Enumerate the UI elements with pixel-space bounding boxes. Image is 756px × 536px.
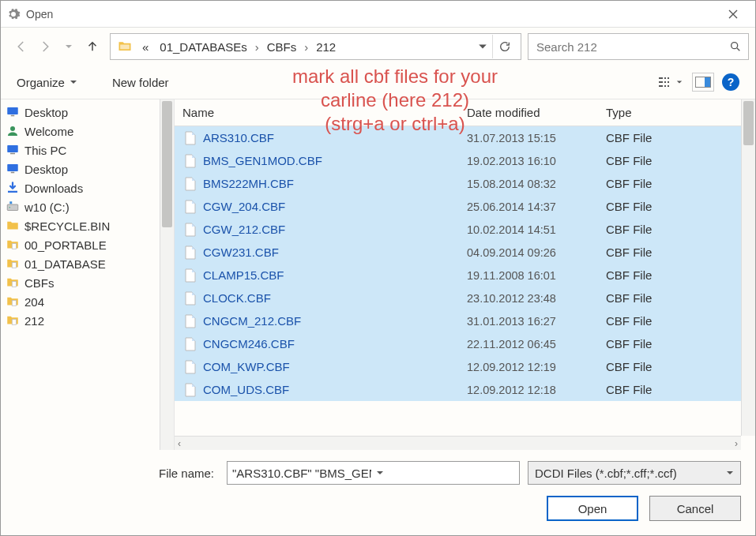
file-name: BMS_GEN1MOD.CBF xyxy=(203,154,467,167)
file-name: CGW_204.CBF xyxy=(203,200,467,213)
scroll-left-icon[interactable]: ‹ xyxy=(178,438,181,449)
tree-node[interactable]: This PC xyxy=(2,141,174,159)
tree-label: This PC xyxy=(24,144,66,157)
refresh-button[interactable] xyxy=(492,35,516,58)
organize-menu[interactable]: Organize xyxy=(12,73,82,92)
tree-node[interactable]: 00_PORTABLE xyxy=(2,235,174,254)
toolbar: Organize New folder ? xyxy=(1,66,755,99)
file-icon xyxy=(182,313,198,329)
search-icon xyxy=(729,40,742,53)
tree-node[interactable]: 204 xyxy=(2,292,174,311)
chevron-down-icon[interactable] xyxy=(371,469,515,477)
col-name[interactable]: Name xyxy=(182,106,467,119)
preview-pane-button[interactable] xyxy=(692,73,714,92)
tree-node[interactable]: Welcome xyxy=(2,122,174,141)
file-list[interactable]: ARS310.CBF31.07.2013 15:15CBF FileBMS_GE… xyxy=(175,126,755,450)
tree-node[interactable]: w10 (C:) xyxy=(2,197,174,216)
file-vscrollbar[interactable] xyxy=(741,99,755,436)
tree-node[interactable]: Desktop xyxy=(2,159,174,178)
search-box[interactable] xyxy=(528,33,749,60)
tree-label: 204 xyxy=(24,295,44,309)
open-dialog: Open « 01_DATABASEs › CBFs › 212 xyxy=(0,0,756,536)
col-date[interactable]: Date modified xyxy=(467,106,606,119)
dialog-title: Open xyxy=(26,8,716,21)
file-name-label: File name: xyxy=(15,467,219,480)
tree-node[interactable]: 212 xyxy=(2,311,174,330)
dialog-footer: File name: "ARS310.CBF" "BMS_GEN1MOD.CBF… xyxy=(1,450,755,535)
file-type: CBF File xyxy=(606,131,652,144)
tree-node[interactable]: CBFs xyxy=(2,273,174,292)
col-type[interactable]: Type xyxy=(606,106,755,119)
file-name: COM_UDS.CBF xyxy=(203,383,467,396)
file-icon xyxy=(182,268,198,283)
crumb-2[interactable]: 212 xyxy=(311,39,340,55)
file-name: ARS310.CBF xyxy=(203,131,467,144)
file-icon xyxy=(182,336,198,352)
file-row[interactable]: COM_UDS.CBF12.09.2012 12:18CBF File xyxy=(175,378,755,401)
download-icon xyxy=(6,181,20,195)
open-button[interactable]: Open xyxy=(547,496,638,521)
breadcrumb[interactable]: « 01_DATABASEs › CBFs › 212 xyxy=(137,39,475,55)
file-date: 31.01.2013 16:27 xyxy=(467,315,606,328)
folderdoc-icon xyxy=(6,238,20,252)
file-row[interactable]: ARS310.CBF31.07.2013 15:15CBF File xyxy=(175,126,755,149)
file-row[interactable]: CGW_212.CBF10.02.2014 14:51CBF File xyxy=(175,218,755,241)
folderdoc-icon xyxy=(6,275,20,290)
tree-node[interactable]: 01_DATABASE xyxy=(2,254,174,273)
file-icon xyxy=(182,382,198,398)
tree-node[interactable]: Downloads xyxy=(2,178,174,197)
file-type: CBF File xyxy=(606,177,652,190)
search-input[interactable] xyxy=(535,39,729,54)
file-type-select[interactable]: DCDI Files (*.cbf;*.cff;*.ccf) xyxy=(528,461,741,485)
tree-label: CBFs xyxy=(24,276,55,290)
forward-button[interactable] xyxy=(34,36,56,58)
chevron-down-icon[interactable] xyxy=(478,42,487,51)
file-row[interactable]: COM_KWP.CBF12.09.2012 12:19CBF File xyxy=(175,355,755,378)
tree-label: 212 xyxy=(24,314,44,328)
svg-point-0 xyxy=(732,43,738,49)
cancel-button[interactable]: Cancel xyxy=(649,496,741,521)
file-icon xyxy=(182,176,198,192)
back-button[interactable] xyxy=(10,36,32,58)
svg-rect-5 xyxy=(664,81,666,83)
file-hscrollbar[interactable]: ‹ › xyxy=(175,436,741,450)
svg-point-21 xyxy=(9,207,11,208)
sidebar-scrollbar[interactable] xyxy=(160,99,174,450)
tree-node[interactable]: $RECYCLE.BIN xyxy=(2,216,174,235)
file-row[interactable]: CNGCM246.CBF22.11.2012 06:45CBF File xyxy=(175,332,755,355)
file-row[interactable]: BMS_GEN1MOD.CBF19.02.2013 16:10CBF File xyxy=(175,149,755,172)
help-button[interactable]: ? xyxy=(722,73,739,91)
user-icon xyxy=(6,124,20,138)
svg-rect-9 xyxy=(668,85,669,87)
file-icon xyxy=(182,199,198,215)
file-row[interactable]: BMS222MH.CBF15.08.2014 08:32CBF File xyxy=(175,172,755,195)
file-name: CLOCK.CBF xyxy=(203,291,467,305)
tree-node[interactable]: Desktop xyxy=(2,103,174,122)
file-icon xyxy=(182,130,198,146)
crumb-0[interactable]: 01_DATABASEs xyxy=(155,39,251,55)
tree-label: $RECYCLE.BIN xyxy=(24,219,110,233)
file-name-input[interactable]: "ARS310.CBF" "BMS_GEN1MOD.CBF" "BMS22 xyxy=(227,461,520,485)
file-row[interactable]: CGW231.CBF04.09.2014 09:26CBF File xyxy=(175,241,755,264)
address-bar[interactable]: « 01_DATABASEs › CBFs › 212 xyxy=(110,33,521,60)
svg-rect-26 xyxy=(12,301,16,306)
desktop-icon xyxy=(6,105,20,119)
file-name: BMS222MH.CBF xyxy=(203,177,467,190)
close-button[interactable] xyxy=(716,1,750,27)
recent-dropdown[interactable] xyxy=(58,36,80,58)
svg-rect-20 xyxy=(7,204,18,211)
file-type: CBF File xyxy=(606,291,652,305)
view-mode-button[interactable] xyxy=(657,73,684,92)
file-icon xyxy=(182,290,198,306)
new-folder-button[interactable]: New folder xyxy=(107,73,174,92)
svg-rect-3 xyxy=(659,85,663,87)
up-button[interactable] xyxy=(81,36,103,58)
file-row[interactable]: CGW_204.CBF25.06.2014 14:37CBF File xyxy=(175,195,755,218)
file-row[interactable]: CLAMP15.CBF19.11.2008 16:01CBF File xyxy=(175,264,755,287)
file-row[interactable]: CNGCM_212.CBF31.01.2013 16:27CBF File xyxy=(175,309,755,332)
file-row[interactable]: CLOCK.CBF23.10.2012 23:48CBF File xyxy=(175,287,755,309)
nav-tree: DesktopWelcomeThis PCDesktopDownloadsw10… xyxy=(1,99,175,450)
crumb-1[interactable]: CBFs xyxy=(262,39,302,55)
scroll-right-icon[interactable]: › xyxy=(735,438,738,449)
organize-label: Organize xyxy=(17,76,65,89)
